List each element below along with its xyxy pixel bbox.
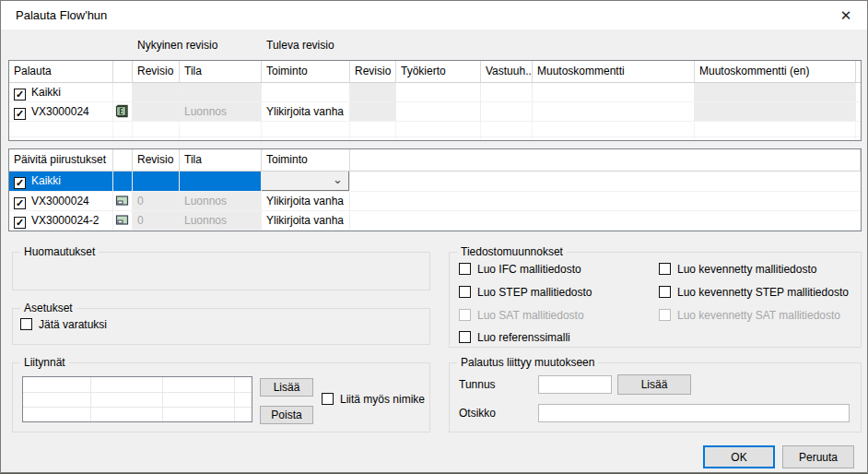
cell-tila — [180, 172, 262, 191]
group-label: Tiedostomuunnokset — [457, 245, 567, 258]
cell-revisio — [133, 172, 180, 191]
table1-header-row: Palauta Revisio Tila Toiminto Revisio Ty… — [9, 61, 861, 83]
col-header-icon — [113, 61, 133, 82]
col-header-paivita-piirustukset: Päivitä piirustukset — [9, 149, 113, 171]
empty-row — [9, 122, 861, 137]
checkbox-jata-varatuksi[interactable]: Jätä varatuksi — [20, 318, 107, 331]
cell-revisio — [133, 102, 180, 121]
cell-revisio: 0 — [133, 192, 180, 210]
group-label: Huomautukset — [20, 245, 99, 258]
titlebar: Palauta Flow'hun ✕ — [1, 1, 867, 30]
group-asetukset: Asetukset Jätä varatuksi — [12, 308, 430, 345]
checkbox-vx3000024[interactable]: ✓ — [14, 197, 26, 209]
col-header-filler — [350, 149, 861, 171]
toiminto-combobox[interactable]: ⌄ — [262, 172, 349, 191]
col-header-revisio: Revisio — [133, 149, 180, 171]
checkbox-kaikki[interactable]: ✓ — [14, 177, 26, 189]
checkbox-luo-sat-mallitiedosto: Luo SAT mallitiedosto — [459, 309, 584, 322]
check-icon: ✓ — [16, 89, 24, 100]
col-header-filler — [856, 61, 862, 82]
table-row-vx3000024[interactable]: ✓VX3000024 0 Luonnos Ylikirjoita vanha — [9, 192, 861, 211]
cell-tila — [180, 83, 262, 101]
col-header-tila: Tila — [180, 61, 262, 82]
group-label: Liitynnät — [20, 356, 69, 369]
row-label: VX3000024 — [31, 195, 89, 207]
col-header-icon — [113, 149, 133, 171]
dialog-palauta-flowhun: Palauta Flow'hun ✕ Nykyinen revisio Tule… — [0, 0, 868, 473]
drawing-document-icon — [115, 213, 129, 227]
checkbox-luo-step-mallitiedosto[interactable]: Luo STEP mallitiedosto — [459, 286, 592, 299]
tunnus-label: Tunnus — [459, 378, 496, 391]
row-label: VX3000024-2 — [31, 214, 99, 227]
col-header-muutoskommentti-en: Muutoskommentti (en) — [695, 61, 856, 82]
check-icon: ✓ — [16, 217, 24, 228]
table-row-vx3000024[interactable]: ✓VX3000024 Luonnos Ylikirjoita vanha — [9, 102, 861, 122]
col-header-muutoskommentti: Muutoskommentti — [533, 61, 695, 82]
col-header-tyokierto: Työkierto — [396, 61, 481, 82]
table-row-vx3000024-2[interactable]: ✓VX3000024-2 0 Luonnos Ylikirjoita vanha — [9, 211, 861, 231]
table-row-kaikki[interactable]: ✓Kaikki — [9, 83, 861, 102]
label-future-revision: Tuleva revisio — [266, 39, 334, 52]
close-button[interactable]: ✕ — [825, 1, 867, 30]
group-palautus-liittyy-muutokseen: Palautus liittyy muutokseen Tunnus Lisää… — [449, 362, 862, 433]
dialog-title: Palauta Flow'hun — [16, 8, 107, 22]
checkbox-kaikki[interactable]: ✓ — [14, 89, 26, 101]
checkbox-liita-myos-nimike[interactable]: Liitä myös nimike — [322, 393, 425, 406]
cell-revisio — [133, 83, 180, 101]
cell-toiminto — [262, 83, 350, 101]
lisaa-button-palautus[interactable]: Lisää — [617, 374, 691, 395]
check-icon: ✓ — [16, 197, 24, 208]
col-header-vastuuhenkilo: Vastuuh... — [481, 61, 533, 82]
check-icon: ✓ — [16, 177, 24, 188]
col-header-toiminto: Toiminto — [262, 149, 350, 171]
group-liitynnat: Liitynnät Lisää Poista Liitä myös nimike — [12, 362, 430, 433]
group-huomautukset: Huomautukset — [12, 252, 430, 290]
col-header-revisio: Revisio — [133, 61, 180, 82]
empty-row — [9, 137, 861, 141]
model-document-icon — [115, 104, 129, 118]
checkbox-luo-kevennetty-mallitiedosto[interactable]: Luo kevennetty mallitiedosto — [659, 263, 816, 276]
cell-tila: Luonnos — [180, 192, 262, 210]
liitynnat-table[interactable] — [22, 376, 252, 422]
tunnus-input[interactable] — [538, 375, 612, 394]
cell-tila: Luonnos — [180, 102, 262, 121]
row-label: Kaikki — [31, 174, 61, 187]
cell-toiminto: Ylikirjoita vanha — [262, 192, 350, 210]
update-drawings-table: Päivitä piirustukset Revisio Tila Toimin… — [8, 148, 862, 231]
empty-row — [9, 231, 861, 231]
drawing-document-icon — [115, 194, 129, 207]
otsikko-input[interactable] — [538, 404, 850, 422]
table-row-kaikki-selected[interactable]: ✓Kaikki ⌄ — [9, 172, 861, 192]
lisaa-button[interactable]: Lisää — [260, 378, 313, 397]
poista-button[interactable]: Poista — [260, 406, 313, 424]
group-label: Palautus liittyy muutokseen — [457, 356, 598, 369]
col-header-revisio-2: Revisio — [350, 61, 396, 82]
checkbox[interactable] — [20, 318, 32, 330]
row-label: Kaikki — [31, 86, 61, 99]
check-icon: ✓ — [16, 108, 24, 119]
group-label: Asetukset — [20, 302, 76, 314]
peruuta-button[interactable]: Peruuta — [782, 445, 854, 468]
otsikko-label: Otsikko — [459, 407, 496, 420]
table2-header-row: Päivitä piirustukset Revisio Tila Toimin… — [9, 149, 861, 172]
col-header-palauta: Palauta — [9, 61, 113, 82]
close-icon: ✕ — [840, 7, 852, 24]
col-header-tila: Tila — [180, 149, 262, 171]
cell-toiminto: Ylikirjoita vanha — [262, 211, 350, 230]
ok-button[interactable]: OK — [703, 445, 775, 468]
checkbox-vx3000024-2[interactable]: ✓ — [14, 217, 26, 229]
cell-tila: Luonnos — [180, 211, 262, 230]
cell-toiminto: Ylikirjoita vanha — [262, 102, 350, 121]
col-header-toiminto: Toiminto — [262, 61, 350, 82]
return-items-table: Palauta Revisio Tila Toiminto Revisio Ty… — [8, 60, 862, 141]
cell-revisio: 0 — [133, 211, 180, 230]
checkbox-luo-ifc-mallitiedosto[interactable]: Luo IFC mallitiedosto — [459, 263, 581, 276]
checkbox-luo-referenssimalli[interactable]: Luo referenssimalli — [459, 331, 570, 344]
checkbox-vx3000024[interactable]: ✓ — [14, 108, 26, 120]
chevron-down-icon: ⌄ — [333, 172, 343, 187]
row-label: VX3000024 — [31, 105, 89, 118]
label-current-revision: Nykyinen revisio — [137, 39, 217, 52]
group-tiedostomuunnokset: Tiedostomuunnokset Luo IFC mallitiedosto… — [449, 252, 862, 348]
checkbox-luo-kevennetty-step-mallitiedosto[interactable]: Luo kevennetty STEP mallitiedosto — [659, 286, 849, 299]
checkbox-luo-kevennetty-sat-mallitiedosto: Luo kevennetty SAT mallitiedosto — [659, 309, 840, 322]
